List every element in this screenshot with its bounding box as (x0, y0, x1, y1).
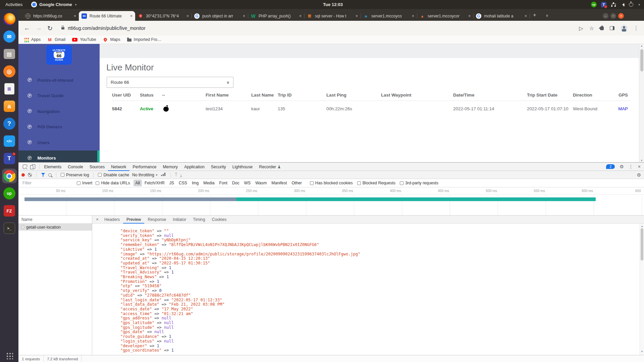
clear-icon[interactable] (28, 173, 32, 177)
upwork-icon[interactable]: up (2, 186, 17, 201)
sidebar-nav-item[interactable]: ℗ Navigation (18, 104, 100, 119)
devtools-tab[interactable]: Lighthouse (229, 163, 256, 171)
filter-checkbox[interactable]: 3rd-party requests (400, 181, 438, 185)
route-select[interactable]: Route 66 ∨ (107, 77, 233, 88)
devtools-tab[interactable]: Security (208, 163, 229, 171)
browser-tab[interactable]: G push object in arr × (192, 11, 248, 21)
filter-chip[interactable]: Wasm (253, 180, 269, 186)
devtools-tab[interactable]: Recorder (256, 163, 284, 171)
activities-button[interactable]: Activities (0, 0, 28, 9)
address-bar[interactable]: rt66ug.com/admin/public/live_monitor (58, 23, 574, 33)
tab-close-icon[interactable]: × (356, 14, 358, 18)
scroll-up-icon[interactable]: ▲ (641, 45, 643, 47)
browser-tab[interactable]: 30°42'31.0"N 76°4 × (135, 11, 192, 21)
page-scrollbar[interactable]: ▲ ▼ (639, 44, 644, 162)
filter-checkbox[interactable]: Has blocked cookies (310, 181, 353, 185)
help-icon[interactable]: ? (2, 116, 17, 131)
tab-close-icon[interactable]: × (525, 14, 527, 18)
preview-scrollbar[interactable]: ▲ ▼ (640, 224, 644, 355)
forward-button[interactable]: → (36, 24, 42, 32)
reload-button[interactable]: ↻ (47, 24, 53, 32)
network-overview[interactable] (18, 195, 644, 216)
filezilla-icon[interactable]: FZ (2, 203, 17, 218)
devtools-tab[interactable]: Network (108, 163, 129, 171)
checkbox-icon[interactable] (400, 181, 404, 185)
import-har-icon[interactable]: ↑ (175, 173, 177, 177)
device-toolbar-icon[interactable] (29, 163, 38, 171)
close-detail-icon[interactable]: × (94, 217, 101, 222)
scroll-down-icon[interactable]: ▼ (641, 350, 643, 354)
terminal-icon[interactable]: >_ (2, 221, 17, 236)
thunderbird-icon[interactable]: ✉ (2, 29, 17, 44)
hide-data-urls-checkbox[interactable]: Hide data URLs (96, 181, 130, 185)
filter-chip[interactable]: Doc (230, 180, 241, 186)
tab-close-icon[interactable]: × (186, 14, 189, 18)
checkbox-icon[interactable] (357, 181, 361, 185)
file-cabinet-icon[interactable]: ▤ (2, 47, 17, 61)
browser-tab[interactable]: G mohali latitude a × (473, 11, 530, 21)
inspect-element-icon[interactable] (20, 163, 29, 171)
route66-logo[interactable]: ULTIMATE ROUTE 66 GUIDE (46, 45, 72, 65)
filter-chip[interactable]: Fetch/XHR (143, 180, 167, 186)
search-icon[interactable] (48, 173, 52, 177)
notification-tray-icon[interactable]: T (601, 2, 606, 7)
export-har-icon[interactable]: ↓ (180, 173, 182, 177)
detail-tab[interactable]: Headers (101, 216, 123, 224)
filter-chip[interactable]: Img (190, 180, 201, 186)
sidebar-nav-item[interactable]: ℗ POI Owners (18, 119, 100, 135)
bookmark-item[interactable]: Imported Fro… (127, 37, 162, 42)
invert-checkbox[interactable]: Invert (77, 181, 92, 185)
devtools-menu-icon[interactable]: ⋮ (629, 164, 633, 169)
new-tab-button[interactable]: + (533, 12, 536, 18)
network-icon[interactable] (611, 2, 616, 7)
maximize-button[interactable]: □ (610, 13, 616, 19)
url-text[interactable]: rt66ug.com/admin/public/live_monitor (68, 25, 146, 31)
checkbox-icon[interactable] (98, 173, 102, 177)
record-button[interactable] (21, 173, 25, 177)
map-link[interactable]: MAP (618, 106, 631, 111)
power-icon[interactable] (629, 2, 633, 7)
devtools-tab[interactable]: Memory (160, 163, 181, 171)
scrollbar-thumb[interactable] (640, 49, 643, 71)
scroll-down-icon[interactable]: ▼ (641, 159, 643, 162)
filter-chip[interactable]: WS (242, 180, 253, 186)
bookmark-item[interactable]: Apps (24, 37, 41, 42)
browser-tab[interactable]: ▲ server1.mccoycor × (417, 11, 473, 21)
devtools-settings-icon[interactable]: ⚙ (620, 164, 624, 169)
filter-checkbox[interactable]: Blocked Requests (357, 181, 395, 185)
browser-tab[interactable]: ≣ sql server - How t × (304, 11, 361, 21)
browser-tab[interactable]: W PHP array_push() × (248, 11, 304, 21)
upwork-tray-icon[interactable]: up (591, 2, 597, 7)
tab-close-icon[interactable]: × (74, 14, 76, 18)
network-settings-icon[interactable]: ⚙ (637, 172, 641, 178)
browser-menu-icon[interactable]: ⋮ (634, 25, 639, 31)
side-panel-icon[interactable] (610, 26, 614, 30)
extensions-icon[interactable] (600, 26, 604, 30)
filter-chip[interactable]: All (133, 180, 142, 186)
bookmark-item[interactable]: YouTube (72, 37, 96, 42)
filter-chip[interactable]: CSS (177, 180, 189, 186)
devtools-tab[interactable]: Sources (86, 163, 108, 171)
preserve-log-checkbox[interactable]: Preserve log (61, 173, 89, 177)
filter-chip[interactable]: Media (201, 180, 216, 186)
text-editor-icon[interactable]: ≣ (2, 81, 17, 96)
tab-close-icon[interactable]: × (412, 14, 414, 18)
filter-chip[interactable]: Other (289, 180, 304, 186)
back-button[interactable]: ← (24, 24, 30, 32)
tab-close-icon[interactable]: × (243, 14, 245, 18)
devtools-tab[interactable]: Application (181, 163, 208, 171)
chevron-down-icon[interactable]: ▾ (638, 3, 640, 6)
detail-tab[interactable]: Cookies (208, 216, 230, 224)
detail-tab[interactable]: Response (144, 216, 169, 224)
profile-avatar[interactable] (621, 25, 628, 32)
photos-icon[interactable]: ◎ (2, 64, 17, 79)
tab-close-icon[interactable]: × (130, 14, 132, 18)
network-conditions-icon[interactable] (163, 174, 164, 176)
scrollbar-thumb[interactable] (641, 228, 643, 260)
chrome-icon[interactable] (2, 169, 17, 183)
browser-tab[interactable]: https://rt66ug.co × (22, 11, 79, 21)
filter-chip[interactable]: JS (167, 180, 176, 186)
clock[interactable]: Tue 12:03 (323, 0, 343, 9)
tab-close-icon[interactable]: × (468, 14, 471, 18)
amazon-icon[interactable]: a (2, 99, 17, 114)
